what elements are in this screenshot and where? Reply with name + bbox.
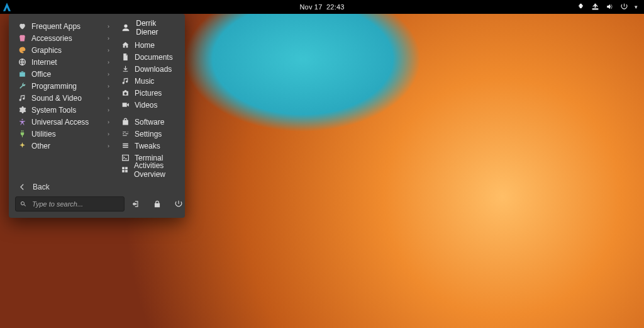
chevron-right-icon: › (108, 131, 109, 137)
chevron-right-icon: › (108, 23, 109, 30)
chevron-right-icon: › (108, 107, 109, 113)
sys-item-tweaks[interactable]: Tweaks (118, 140, 179, 152)
item-label: Sound & Video (31, 94, 82, 103)
sparkle-icon (18, 142, 26, 150)
video-icon (121, 101, 130, 109)
sys-item-activities-overview[interactable]: Activities Overview (118, 164, 179, 176)
search-field[interactable] (15, 196, 125, 212)
tray-caret-icon[interactable]: ▾ (635, 4, 638, 10)
item-label: Universal Access (31, 118, 89, 127)
palette-icon (18, 46, 26, 54)
accessibility-icon (18, 118, 26, 126)
item-label: Home (135, 41, 155, 50)
place-item-pictures[interactable]: Pictures (118, 87, 179, 99)
place-item-music[interactable]: Music (118, 75, 179, 87)
briefcase-icon (18, 70, 26, 78)
swiss-icon (18, 34, 26, 42)
cat-item-office[interactable]: Office› (15, 68, 111, 80)
item-label: Frequent Apps (31, 22, 80, 31)
gear-icon (18, 106, 26, 114)
cat-item-utilities[interactable]: Utilities› (15, 128, 111, 140)
chevron-right-icon: › (108, 71, 109, 77)
chevron-right-icon: › (108, 35, 109, 42)
application-menu: Frequent Apps›Accessories›Graphics›Inter… (9, 14, 185, 218)
place-item-downloads[interactable]: Downloads (118, 63, 179, 75)
place-item-videos[interactable]: Videos (118, 99, 179, 111)
sys-item-settings[interactable]: Settings (118, 128, 179, 140)
power-button[interactable] (174, 199, 184, 209)
cat-item-programming[interactable]: Programming› (15, 80, 111, 92)
wrench-icon (18, 82, 26, 90)
item-label: System Tools (31, 106, 76, 115)
download-icon (121, 65, 130, 73)
globe-icon (18, 58, 26, 66)
categories-column: Frequent Apps›Accessories›Graphics›Inter… (9, 20, 114, 177)
place-item-documents[interactable]: Documents (118, 51, 179, 63)
item-label: Internet (31, 58, 57, 67)
camera-icon (121, 89, 130, 97)
power-icon[interactable] (620, 3, 628, 12)
arch-logo-icon (2, 2, 12, 12)
item-label: Pictures (135, 89, 162, 98)
user-name: Derrik Diener (136, 19, 176, 37)
activities-icon (121, 166, 129, 174)
music-icon (121, 77, 130, 85)
chevron-right-icon: › (108, 95, 109, 101)
cat-item-internet[interactable]: Internet› (15, 56, 111, 68)
music-icon (18, 94, 26, 102)
cat-item-accessories[interactable]: Accessories› (15, 32, 111, 44)
volume-icon[interactable] (606, 3, 614, 12)
item-label: Tweaks (135, 142, 160, 150)
chevron-right-icon: › (108, 119, 109, 125)
activities-corner-button[interactable] (0, 0, 14, 14)
item-label: Downloads (135, 65, 172, 74)
back-arrow-icon (18, 183, 26, 191)
item-label: Office (31, 70, 51, 79)
chevron-right-icon: › (108, 143, 109, 149)
chevron-right-icon: › (108, 59, 109, 65)
cat-item-sound-video[interactable]: Sound & Video› (15, 92, 111, 104)
back-button[interactable]: Back (15, 181, 179, 193)
user-avatar-icon (121, 23, 131, 33)
power-off-icon (174, 200, 183, 208)
tweaks-icon (121, 142, 130, 150)
doc-icon (121, 53, 130, 61)
item-label: Music (135, 77, 154, 86)
places-column: Derrik Diener HomeDocumentsDownloadsMusi… (114, 20, 185, 177)
cat-item-frequent-apps[interactable]: Frequent Apps› (15, 20, 111, 32)
logout-button[interactable] (131, 199, 141, 209)
chevron-right-icon: › (108, 47, 109, 54)
plug-icon (18, 130, 26, 138)
user-row[interactable]: Derrik Diener (118, 20, 179, 35)
chevron-right-icon: › (108, 83, 109, 89)
cat-item-other[interactable]: Other› (15, 140, 111, 152)
sliders-icon (121, 130, 130, 138)
back-label: Back (33, 183, 50, 191)
item-label: Other (31, 142, 50, 150)
item-label: Settings (135, 130, 162, 139)
place-item-home[interactable]: Home (118, 39, 179, 51)
cat-item-graphics[interactable]: Graphics› (15, 44, 111, 56)
item-label: Utilities (31, 130, 56, 139)
tray-indicator-icon[interactable] (577, 3, 585, 12)
system-tray: ▾ (577, 3, 644, 12)
lock-button[interactable] (152, 199, 162, 209)
item-label: Documents (135, 53, 173, 62)
terminal-icon (121, 154, 130, 162)
item-label: Software (135, 118, 164, 127)
search-input[interactable] (31, 200, 120, 208)
top-bar: Nov 17 22:43 ▾ (0, 0, 644, 14)
home-icon (121, 41, 130, 49)
cat-item-system-tools[interactable]: System Tools› (15, 104, 111, 116)
menu-footer: Back (9, 177, 185, 218)
cat-item-universal-access[interactable]: Universal Access› (15, 116, 111, 128)
search-icon (19, 200, 27, 208)
item-label: Accessories (31, 34, 72, 43)
item-label: Programming (31, 82, 77, 91)
lock-icon (153, 200, 162, 208)
logout-icon (131, 200, 140, 208)
clock[interactable]: Nov 17 22:43 (299, 3, 344, 11)
bag-icon (121, 118, 130, 126)
sys-item-software[interactable]: Software (118, 116, 179, 128)
network-icon[interactable] (591, 3, 599, 12)
